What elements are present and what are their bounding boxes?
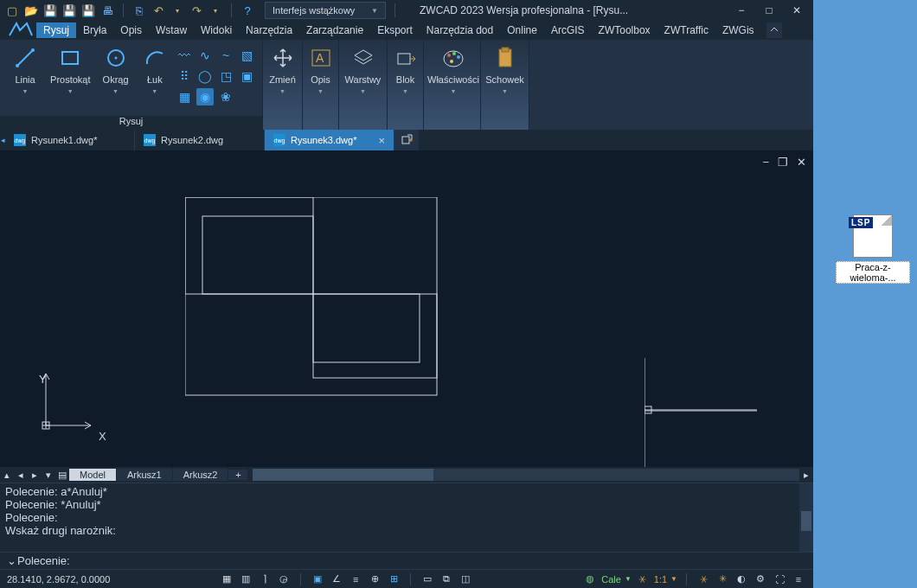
hatch-icon[interactable]: ▧ — [238, 47, 255, 64]
misc-shape-icon[interactable]: ◳ — [217, 67, 234, 85]
saveall-icon[interactable]: 💾 — [81, 3, 95, 17]
units-label[interactable]: Cale — [601, 574, 621, 585]
workspace-icon[interactable]: ◫ — [458, 572, 473, 587]
point-grid-icon[interactable]: ⠿ — [176, 67, 193, 85]
layout-nav-prev[interactable]: ◂ — [14, 468, 28, 482]
minimize-button[interactable]: − — [734, 3, 749, 18]
tab-manage[interactable]: Zarządzanie — [299, 22, 370, 38]
properties-button[interactable]: Właściwości ▼ — [427, 45, 479, 94]
ellipse-icon[interactable]: ◯ — [196, 67, 214, 85]
doctab-rysunek1[interactable]: dwg Rysunek1.dwg* — [5, 130, 135, 150]
command-scrollbar[interactable] — [799, 483, 813, 552]
tab-online[interactable]: Online — [500, 22, 544, 38]
table-icon[interactable]: ▦ — [176, 88, 193, 105]
tab-addon-tools[interactable]: Narzędzia dod — [420, 22, 500, 38]
vp-restore-button[interactable]: ❐ — [778, 156, 788, 169]
selection-cycle-icon[interactable]: ⧉ — [439, 572, 454, 587]
tab-zwgis[interactable]: ZWGis — [715, 22, 761, 38]
collapse-ribbon-button[interactable] — [766, 22, 782, 38]
scrollbar-thumb[interactable] — [801, 511, 811, 532]
osnap-icon[interactable]: ▣ — [310, 572, 325, 587]
layout-nav-first[interactable]: ▴ — [0, 468, 14, 482]
redo-menu-icon[interactable]: ▾ — [208, 3, 222, 17]
command-history[interactable]: Polecenie: a*Anuluj* Polecenie: *Anuluj*… — [0, 483, 813, 552]
layout-tab-arkusz1[interactable]: Arkusz1 — [117, 469, 173, 481]
fullscreen-icon[interactable]: ⛶ — [772, 572, 787, 587]
otrack-icon[interactable]: ∠ — [329, 572, 344, 587]
undo-icon[interactable]: ↶ — [151, 3, 165, 17]
cut-icon[interactable]: ⎘ — [132, 3, 146, 17]
layers-button[interactable]: Warstwy ▼ — [343, 45, 383, 94]
clipboard-button[interactable]: Schowek ▼ — [484, 45, 525, 94]
revision-cloud-icon[interactable]: ❀ — [217, 88, 234, 105]
donut-icon[interactable]: ◉ — [196, 88, 214, 105]
layout-list-icon[interactable]: ▤ — [55, 468, 69, 482]
annotation-auto-icon[interactable]: ✳ — [715, 572, 730, 587]
help-icon[interactable]: ? — [240, 3, 254, 17]
transparency-plus-icon[interactable]: ⊕ — [367, 572, 382, 587]
circle-button[interactable]: Okrąg ▼ — [98, 45, 134, 94]
layout-nav-last[interactable]: ▾ — [42, 468, 55, 482]
doctab-rysunek2[interactable]: dwg Rysunek2.dwg — [135, 130, 265, 150]
chevron-down-icon[interactable]: ▼ — [670, 575, 677, 583]
lineweight-icon[interactable]: ≡ — [348, 572, 363, 587]
command-expand-icon[interactable]: ⌄ — [5, 554, 17, 567]
customize-status-icon[interactable]: ≡ — [791, 572, 806, 587]
spline-icon[interactable]: ∿ — [196, 47, 214, 64]
chevron-down-icon[interactable]: ▼ — [625, 575, 632, 583]
tab-solid[interactable]: Bryła — [76, 22, 113, 38]
saveas-icon[interactable]: 💾 — [62, 3, 76, 17]
tab-zwtraffic[interactable]: ZWTraffic — [657, 22, 715, 38]
drawing-viewport[interactable]: − ❐ ✕ Y X — [0, 150, 813, 467]
annotation-visibility-icon[interactable]: ⚹ — [696, 572, 711, 587]
tab-zwtoolbox[interactable]: ZWToolbox — [592, 22, 657, 38]
polyline-icon[interactable]: 〰 — [176, 47, 193, 64]
rectangle-button[interactable]: Prostokąt ▼ — [50, 45, 90, 94]
save-icon[interactable]: 💾 — [43, 3, 57, 17]
tab-tools[interactable]: Narzędzia — [239, 22, 299, 38]
maximize-button[interactable]: □ — [761, 3, 777, 18]
layout-tab-model[interactable]: Model — [69, 469, 117, 481]
grid-icon[interactable]: ▦ — [219, 572, 234, 587]
annotation-scale-icon[interactable]: ⚹ — [635, 572, 651, 587]
tab-views[interactable]: Widoki — [194, 22, 239, 38]
layout-nav-next[interactable]: ▸ — [28, 468, 42, 482]
dynamic-input-icon[interactable]: ⊞ — [386, 572, 401, 587]
app-logo[interactable] — [5, 21, 36, 40]
ui-mode-dropdown[interactable]: Interfejs wstążkowy ▼ — [265, 2, 386, 19]
close-button[interactable]: ✕ — [789, 3, 805, 18]
tab-draw[interactable]: Rysuj — [36, 22, 76, 38]
arc-button[interactable]: Łuk ▼ — [141, 45, 169, 94]
redo-icon[interactable]: ↷ — [189, 3, 203, 17]
scale-label[interactable]: 1:1 — [654, 574, 667, 585]
snap-icon[interactable]: ▥ — [238, 572, 253, 587]
tab-insert[interactable]: Wstaw — [149, 22, 194, 38]
scrollbar-thumb[interactable] — [253, 469, 433, 481]
horizontal-scrollbar[interactable] — [253, 469, 799, 481]
modify-button[interactable]: Zmień ▼ — [266, 45, 298, 94]
desktop-file-lsp[interactable]: LSP Praca-z-wieloma-... — [836, 214, 910, 284]
polar-icon[interactable]: ◶ — [276, 572, 292, 587]
coordinates-readout[interactable]: 28.1410, 2.9672, 0.0000 — [7, 574, 110, 585]
wave-icon[interactable]: ~ — [217, 47, 234, 64]
tab-arcgis[interactable]: ArcGIS — [544, 22, 592, 38]
ortho-icon[interactable]: ⌉ — [257, 572, 273, 587]
print-icon[interactable]: 🖶 — [100, 3, 114, 17]
line-button[interactable]: Linia ▼ — [7, 45, 43, 94]
undo-menu-icon[interactable]: ▾ — [170, 3, 184, 17]
open-icon[interactable]: 📂 — [24, 3, 38, 17]
region-icon[interactable]: ▣ — [238, 67, 255, 85]
vp-minimize-button[interactable]: − — [762, 156, 769, 169]
annotate-button[interactable]: A Opis ▼ — [306, 45, 335, 94]
tab-annotate[interactable]: Opis — [113, 22, 149, 38]
units-indicator-icon[interactable]: ◍ — [582, 572, 598, 587]
layout-tab-arkusz2[interactable]: Arkusz2 — [173, 469, 229, 481]
layout-add-button[interactable]: + — [228, 470, 247, 480]
isolate-icon[interactable]: ◐ — [734, 572, 749, 587]
doctab-rysunek3[interactable]: dwg Rysunek3.dwg* × — [265, 130, 394, 150]
tab-export[interactable]: Eksport — [370, 22, 420, 38]
new-icon[interactable]: ▢ — [5, 3, 19, 17]
vp-close-button[interactable]: ✕ — [797, 156, 806, 169]
close-tab-icon[interactable]: × — [378, 134, 385, 147]
new-tab-button[interactable] — [394, 130, 419, 150]
